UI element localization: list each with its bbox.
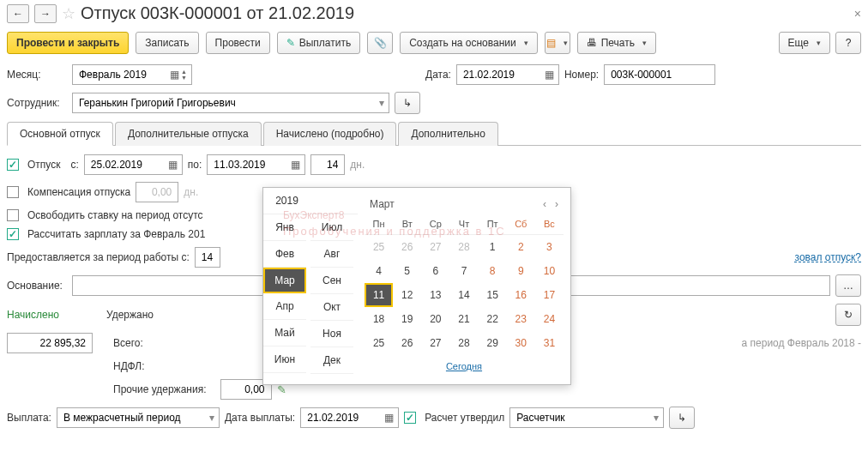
- close-icon[interactable]: ×: [854, 7, 861, 21]
- print-button[interactable]: 🖶 Печать: [577, 32, 656, 54]
- dp-month-Июл[interactable]: Июл: [310, 214, 353, 241]
- calc-salary-checkbox[interactable]: ✓: [7, 228, 19, 240]
- dp-day[interactable]: 23: [507, 307, 535, 331]
- vacation-checkbox[interactable]: ✓: [7, 159, 19, 171]
- date-field[interactable]: ▦: [456, 64, 559, 85]
- used-vacation-link[interactable]: зовал отпуск?: [795, 251, 861, 263]
- dp-day[interactable]: 29: [479, 331, 507, 355]
- calendar-icon[interactable]: ▦: [545, 69, 554, 81]
- nav-back[interactable]: ←: [7, 4, 29, 23]
- post-and-close-button[interactable]: Провести и закрыть: [7, 32, 129, 54]
- dp-day[interactable]: 17: [535, 283, 564, 307]
- more-button[interactable]: Еще: [779, 32, 830, 54]
- dp-month-Авг[interactable]: Авг: [310, 241, 353, 268]
- attach-button[interactable]: 📎: [367, 32, 393, 54]
- dp-prev-icon[interactable]: ‹: [543, 198, 546, 210]
- dp-day[interactable]: 22: [479, 307, 507, 331]
- employee-field[interactable]: ▾: [72, 93, 389, 113]
- dp-day[interactable]: 27: [421, 235, 449, 259]
- calendar-icon[interactable]: ▦: [170, 69, 179, 81]
- calendar-icon[interactable]: ▦: [291, 159, 300, 171]
- dp-day[interactable]: 20: [421, 307, 449, 331]
- dp-day[interactable]: 25: [365, 235, 393, 259]
- dp-month-Мар[interactable]: Мар: [263, 268, 306, 293]
- tab-additional[interactable]: Дополнительно: [398, 122, 497, 146]
- basis-open-button[interactable]: …: [835, 274, 861, 297]
- month-field[interactable]: ▦ ▲▼: [72, 64, 192, 85]
- dp-day[interactable]: 28: [449, 331, 478, 355]
- dp-day[interactable]: 3: [535, 235, 564, 259]
- create-based-button[interactable]: Создать на основании: [400, 32, 538, 54]
- dp-today-link[interactable]: Сегодня: [446, 361, 482, 371]
- dp-day[interactable]: 10: [535, 259, 564, 283]
- free-rate-checkbox[interactable]: [7, 209, 19, 221]
- dp-day[interactable]: 31: [535, 331, 564, 355]
- dp-day[interactable]: 24: [535, 307, 564, 331]
- approved-checkbox[interactable]: ✓: [404, 412, 416, 424]
- dp-day[interactable]: 11: [365, 283, 393, 307]
- dp-day[interactable]: 1: [479, 235, 507, 259]
- dp-day[interactable]: 18: [365, 307, 393, 331]
- recalc-button[interactable]: ↻: [835, 304, 861, 326]
- dp-day[interactable]: 25: [365, 331, 393, 355]
- dp-month-Дек[interactable]: Дек: [310, 347, 353, 374]
- dp-day[interactable]: 12: [393, 283, 421, 307]
- help-button[interactable]: ?: [835, 32, 861, 54]
- work-period-from-field[interactable]: [195, 247, 220, 268]
- dp-day[interactable]: 4: [365, 259, 393, 283]
- dp-day[interactable]: 26: [393, 235, 421, 259]
- dp-day[interactable]: 7: [449, 259, 478, 283]
- dp-next-icon[interactable]: ›: [555, 198, 558, 210]
- dp-day[interactable]: 28: [449, 235, 478, 259]
- paydate-field[interactable]: ▦: [300, 407, 399, 428]
- dp-day[interactable]: 8: [479, 259, 507, 283]
- dp-day[interactable]: 30: [507, 331, 535, 355]
- dp-month-Апр[interactable]: Апр: [263, 293, 306, 320]
- calendar-icon[interactable]: ▦: [168, 159, 178, 171]
- tab-main-vacation[interactable]: Основной отпуск: [7, 122, 113, 146]
- dp-month-Янв[interactable]: Янв: [263, 214, 306, 241]
- dp-day[interactable]: 21: [449, 307, 478, 331]
- tab-accrued-detail[interactable]: Начислено (подробно): [263, 122, 397, 146]
- dp-day[interactable]: 19: [393, 307, 421, 331]
- dp-month-Май[interactable]: Май: [263, 320, 306, 346]
- nav-fwd[interactable]: →: [34, 4, 57, 23]
- tab-additional-vacations[interactable]: Дополнительные отпуска: [115, 122, 262, 146]
- post-button[interactable]: Провести: [206, 32, 270, 54]
- pay-icon: ✎: [286, 37, 295, 49]
- number-field[interactable]: [604, 64, 715, 85]
- payment-mode-field[interactable]: ▾: [57, 407, 220, 428]
- calendar-icon[interactable]: ▦: [384, 412, 394, 424]
- dp-day[interactable]: 5: [393, 259, 421, 283]
- compensation-days-field[interactable]: [136, 182, 178, 202]
- vacation-from-field[interactable]: ▦: [84, 154, 183, 175]
- dp-day[interactable]: 6: [421, 259, 449, 283]
- favorite-star-icon[interactable]: ☆: [62, 4, 75, 23]
- vacation-days-field[interactable]: [310, 154, 345, 175]
- pay-button[interactable]: ✎ Выплатить: [277, 32, 361, 54]
- dp-month-Ноя[interactable]: Ноя: [310, 321, 353, 347]
- dp-day[interactable]: 16: [507, 283, 535, 307]
- structure-button[interactable]: ▤: [545, 32, 570, 54]
- dp-month-Сен[interactable]: Сен: [310, 268, 353, 294]
- dp-year[interactable]: 2019: [263, 188, 310, 214]
- dp-day[interactable]: 2: [507, 235, 535, 259]
- approver-field[interactable]: ▾: [509, 407, 664, 428]
- dp-day[interactable]: 26: [393, 331, 421, 355]
- dp-day[interactable]: 27: [421, 331, 449, 355]
- dp-month-Фев[interactable]: Фев: [263, 241, 306, 268]
- dp-day[interactable]: 9: [507, 259, 535, 283]
- dp-day[interactable]: 13: [421, 283, 449, 307]
- payment-label: Выплата:: [7, 412, 51, 424]
- dp-month-Июн[interactable]: Июн: [263, 346, 306, 373]
- accrued-value-field[interactable]: [7, 333, 93, 353]
- vacation-to-field[interactable]: ▦: [207, 154, 305, 175]
- accrued-label: Начислено: [7, 309, 101, 321]
- employee-open-button[interactable]: ↳: [395, 92, 420, 114]
- dp-day[interactable]: 15: [479, 283, 507, 307]
- save-button[interactable]: Записать: [136, 32, 198, 54]
- approver-open-button[interactable]: ↳: [669, 407, 695, 429]
- dp-month-Окт[interactable]: Окт: [310, 294, 353, 321]
- compensation-checkbox[interactable]: [7, 186, 19, 198]
- dp-day[interactable]: 14: [449, 283, 478, 307]
